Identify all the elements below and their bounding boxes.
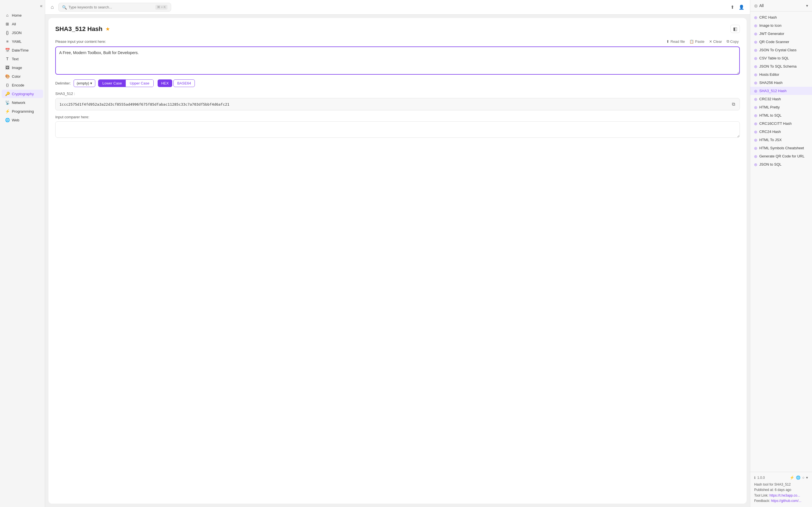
- panel-item-crc32-hash[interactable]: ◎CRC32 Hash: [750, 95, 812, 103]
- panel-item-json-to-sql[interactable]: ◎JSON to SQL: [750, 160, 812, 168]
- copy-button[interactable]: ⧉ Copy: [725, 39, 740, 44]
- sidebar-item-web[interactable]: 🌐Web: [2, 116, 43, 124]
- panel-header: ◎ All ▾: [750, 0, 812, 11]
- options-row: Delimiter: (empty) ▾ Lower Case Upper Ca…: [55, 79, 740, 87]
- info-icon: ℹ: [754, 476, 756, 480]
- sidebar-item-datetime[interactable]: 📅Date/Time: [2, 46, 43, 54]
- panel-item-icon-json-to-sql: ◎: [754, 163, 757, 166]
- sidebar-icon-encode: ⟨⟩: [5, 83, 10, 87]
- panel-item-generate-qr-code[interactable]: ◎Generate QR Code for URL: [750, 152, 812, 160]
- collapse-sidebar-button[interactable]: «: [40, 3, 43, 8]
- panel-item-sha256-hash[interactable]: ◎SHA256 Hash: [750, 78, 812, 87]
- case-toggle-group: Lower Case Upper Case: [98, 79, 154, 87]
- panel-item-crc16ccitt-hash[interactable]: ◎CRC16CCITT Hash: [750, 119, 812, 128]
- share-button[interactable]: ⬆: [729, 3, 735, 11]
- panel-item-json-to-crystal[interactable]: ◎JSON To Crystal Class: [750, 46, 812, 54]
- sidebar-item-programming[interactable]: ⚡Programming: [2, 107, 43, 115]
- sidebar-icon-home: ⌂: [5, 13, 10, 17]
- panel-item-html-symbols[interactable]: ◎HTML Symbols Cheatsheet: [750, 144, 812, 152]
- lower-case-button[interactable]: Lower Case: [98, 80, 126, 87]
- account-button[interactable]: 👤: [738, 3, 746, 11]
- panel-item-html-pretty[interactable]: ◎HTML Pretty: [750, 103, 812, 111]
- panel-item-qr-code-scanner[interactable]: ◎QR Code Scanner: [750, 38, 812, 46]
- lightning-icon-button[interactable]: ⚡: [790, 475, 794, 480]
- panel-item-label-crc16ccitt-hash: CRC16CCITT Hash: [759, 121, 792, 126]
- panel-item-html-to-sql[interactable]: ◎HTML to SQL: [750, 111, 812, 119]
- sidebar-item-all[interactable]: ⊞All: [2, 20, 43, 28]
- panel-item-json-to-sql-schema[interactable]: ◎JSON To SQL Schema: [750, 62, 812, 70]
- sidebar-item-network[interactable]: 📡Network: [2, 98, 43, 107]
- sidebar-label-json: JSON: [12, 31, 22, 35]
- panel-items-list: ◎CRC Hash◎Image to Icon◎JWT Generator◎QR…: [750, 11, 812, 472]
- paste-button[interactable]: 📋 Paste: [688, 39, 705, 44]
- filter-icon: ◎: [754, 3, 758, 8]
- sidebar-item-text[interactable]: TText: [2, 55, 43, 63]
- sidebar-item-image[interactable]: 🖼Image: [2, 63, 43, 72]
- right-panel: ◎ All ▾ ◎CRC Hash◎Image to Icon◎JWT Gene…: [750, 0, 812, 507]
- panel-item-label-crc24-hash: CRC24 Hash: [759, 129, 781, 134]
- panel-item-label-html-symbols: HTML Symbols Cheatsheet: [759, 146, 804, 150]
- sidebar-item-color[interactable]: 🎨Color: [2, 72, 43, 80]
- panel-item-image-to-icon[interactable]: ◎Image to Icon: [750, 21, 812, 30]
- sidebar-item-yaml[interactable]: ≡YAML: [2, 37, 43, 46]
- tool-link[interactable]: https://t.he3app.co...: [769, 494, 800, 497]
- checkmark-icon-button[interactable]: ○: [802, 475, 804, 480]
- compare-input[interactable]: [55, 121, 740, 138]
- content-input[interactable]: [55, 47, 740, 75]
- home-button[interactable]: ⌂: [50, 3, 55, 11]
- input-label-text: Please input your content here:: [55, 40, 106, 44]
- panel-item-crc24-hash[interactable]: ◎CRC24 Hash: [750, 128, 812, 136]
- copy-result-button[interactable]: ⧉: [731, 101, 735, 107]
- sidebar-item-cryptography[interactable]: 🔑Cryptography: [2, 90, 43, 98]
- sidebar-icon-programming: ⚡: [5, 109, 10, 114]
- panel-item-icon-sha256-hash: ◎: [754, 81, 757, 85]
- format-toggle-group: HEX BASE64: [158, 79, 195, 87]
- sidebar-item-encode[interactable]: ⟨⟩Encode: [2, 81, 43, 89]
- panel-item-hosts-editor[interactable]: ◎Hosts Editor: [750, 70, 812, 78]
- panel-toggle-button[interactable]: ◧: [730, 25, 740, 33]
- panel-item-icon-crc24-hash: ◎: [754, 130, 757, 134]
- sidebar-icon-image: 🖼: [5, 65, 10, 70]
- compare-label-row: Input comparer here:: [55, 115, 740, 119]
- panel-item-crc-hash[interactable]: ◎CRC Hash: [750, 13, 812, 21]
- main-content: SHA3_512 Hash ★ ◧ Please input your cont…: [49, 18, 747, 504]
- footer-description: Hash tool for SHA3_512: [754, 482, 808, 487]
- result-label: SHA3_512 :: [55, 92, 740, 96]
- sidebar-collapse-area: «: [0, 2, 45, 11]
- favorite-button[interactable]: ★: [105, 26, 110, 32]
- clear-button[interactable]: ✕ Clear: [708, 39, 723, 44]
- panel-item-icon-html-pretty: ◎: [754, 105, 757, 109]
- version-row: ℹ 1.0.0 ⚡ 🌐 ○ ▾: [754, 475, 808, 480]
- panel-item-jwt-generator[interactable]: ◎JWT Generator: [750, 30, 812, 38]
- panel-item-label-json-to-sql-schema: JSON To SQL Schema: [759, 64, 797, 68]
- panel-item-icon-jwt-generator: ◎: [754, 32, 757, 36]
- upper-case-button[interactable]: Upper Case: [126, 80, 153, 87]
- read-file-button[interactable]: ⬆ Read file: [665, 39, 686, 44]
- panel-filter: ◎ All: [754, 3, 764, 8]
- delimiter-select[interactable]: (empty) ▾: [73, 79, 95, 87]
- sidebar-icon-web: 🌐: [5, 118, 10, 122]
- expand-icon-button[interactable]: ▾: [806, 475, 808, 480]
- panel-item-icon-crc-hash: ◎: [754, 15, 757, 19]
- sidebar-item-home[interactable]: ⌂Home: [2, 11, 43, 19]
- panel-chevron-button[interactable]: ▾: [806, 3, 808, 8]
- panel-item-csv-table-to-sql[interactable]: ◎CSV Table to SQL: [750, 54, 812, 62]
- sidebar-icon-yaml: ≡: [5, 39, 10, 44]
- sidebar-label-image: Image: [12, 66, 22, 70]
- globe-icon-button[interactable]: 🌐: [796, 475, 801, 480]
- hex-button[interactable]: HEX: [158, 79, 172, 87]
- sidebar-item-json[interactable]: {}JSON: [2, 29, 43, 37]
- footer-tool-link-row: Tool Link: https://t.he3app.co...: [754, 493, 808, 498]
- search-input[interactable]: [68, 5, 154, 9]
- footer-published: Published at: 6 days ago: [754, 487, 808, 493]
- panel-item-label-jwt-generator: JWT Generator: [759, 32, 784, 36]
- panel-item-sha3-512-hash[interactable]: ◎SHA3_512 Hash: [750, 87, 812, 95]
- feedback-link[interactable]: https://github.com/...: [771, 499, 801, 503]
- base64-button[interactable]: BASE64: [173, 79, 195, 87]
- sidebar-label-network: Network: [12, 101, 26, 105]
- panel-item-html-to-jsx[interactable]: ◎HTML To JSX: [750, 136, 812, 144]
- sidebar-label-yaml: YAML: [12, 40, 21, 44]
- panel-item-label-qr-code-scanner: QR Code Scanner: [759, 40, 789, 44]
- panel-item-label-html-to-jsx: HTML To JSX: [759, 138, 781, 142]
- sidebar-label-cryptography: Cryptography: [12, 92, 34, 96]
